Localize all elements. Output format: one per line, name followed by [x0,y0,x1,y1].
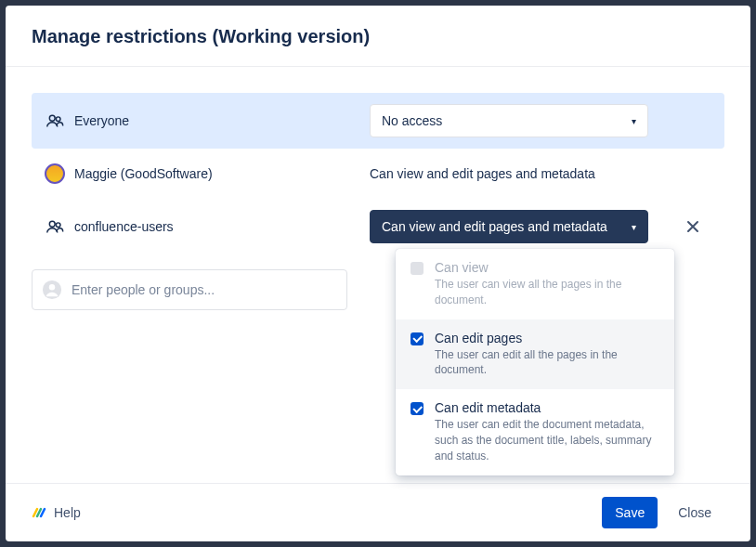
dropdown-option-desc: The user can edit the document metadata,… [435,417,659,463]
svg-point-1 [56,117,60,122]
row-group-confluence-users: confluence-users Can view and edit pages… [32,199,724,254]
dropdown-option-desc: The user can edit all the pages in the d… [435,347,659,379]
identity-group-confluence-users: confluence-users [45,216,370,237]
help-icon [32,505,46,520]
row-group-label: confluence-users [74,219,174,234]
user-avatar [45,163,65,184]
row-user-label: Maggie (GoodSoftware) [74,166,213,181]
group-icon [45,216,65,237]
row-user-maggie: Maggie (GoodSoftware) Can view and edit … [32,149,724,199]
dialog-footer: Help Save Close [6,483,750,541]
save-button[interactable]: Save [602,497,658,528]
checkbox-icon [411,402,424,415]
dropdown-option-title: Can edit metadata [435,400,659,415]
restrictions-dialog: Manage restrictions (Working version) Ev… [6,6,750,541]
dialog-body: Everyone No access ▾ Maggie (GoodSoftwar… [6,67,750,483]
everyone-access-select[interactable]: No access ▾ [370,104,648,137]
people-input-wrapper[interactable] [32,269,347,310]
everyone-access-value: No access [382,113,442,128]
dialog-title: Manage restrictions (Working version) [32,26,724,47]
checkbox-icon [411,262,424,275]
dropdown-option-title: Can view [435,260,659,275]
svg-point-5 [49,284,55,290]
user-access-text: Can view and edit pages and metadata [370,166,595,181]
group-icon [45,111,65,131]
identity-user-maggie: Maggie (GoodSoftware) [45,163,370,184]
dropdown-option-title: Can edit pages [435,331,659,345]
dialog-header: Manage restrictions (Working version) [6,6,750,67]
svg-point-3 [56,223,60,228]
group-access-select[interactable]: Can view and edit pages and metadata ▾ [370,210,648,243]
dropdown-option-desc: The user can view all the pages in the d… [435,277,659,308]
access-dropdown: Can view The user can view all the pages… [396,249,674,475]
close-button[interactable]: Close [665,497,724,528]
people-input[interactable] [72,282,337,297]
help-link[interactable]: Help [32,505,81,520]
chevron-down-icon: ▾ [632,116,636,126]
person-icon [42,280,62,300]
help-label: Help [54,505,81,520]
chevron-down-icon: ▾ [632,222,636,232]
svg-point-2 [49,221,55,227]
row-everyone: Everyone No access ▾ [32,93,724,149]
dropdown-option-can-edit-pages[interactable]: Can edit pages The user can edit all the… [396,319,674,390]
svg-point-0 [49,115,55,121]
row-everyone-label: Everyone [74,113,129,128]
identity-everyone: Everyone [45,111,370,131]
dropdown-option-can-view[interactable]: Can view The user can view all the pages… [396,249,674,319]
remove-group-button[interactable] [682,215,704,238]
checkbox-icon [411,332,424,345]
group-access-value: Can view and edit pages and metadata [382,219,607,234]
dropdown-option-can-edit-metadata[interactable]: Can edit metadata The user can edit the … [396,389,674,475]
